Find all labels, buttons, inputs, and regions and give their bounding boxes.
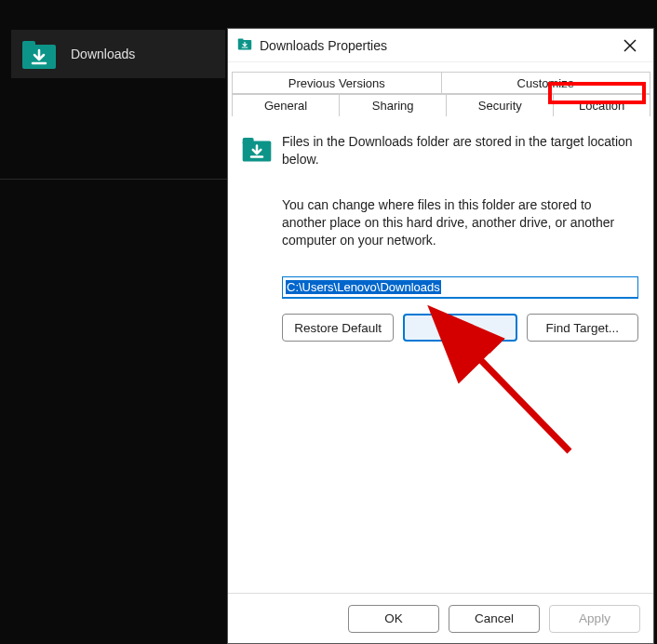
explorer-divider	[0, 179, 227, 180]
close-button[interactable]	[616, 32, 644, 60]
downloads-folder-icon	[20, 35, 58, 73]
location-tab-content: Files in the Downloads folder are stored…	[228, 116, 653, 593]
tab-previous-versions[interactable]: Previous Versions	[232, 72, 442, 94]
close-icon	[623, 39, 637, 52]
tabs-row-front: General Sharing Security Location	[232, 94, 650, 116]
tab-security[interactable]: Security	[446, 94, 554, 116]
tab-location[interactable]: Location	[553, 94, 650, 116]
dialog-titlebar: Downloads Properties	[228, 29, 653, 62]
explorer-item-label: Downloads	[71, 47, 135, 61]
action-button-row: Restore Default Move... Find Target...	[282, 314, 638, 342]
svg-rect-1	[22, 41, 35, 48]
tab-general[interactable]: General	[232, 94, 340, 116]
svg-rect-4	[238, 38, 244, 41]
downloads-folder-icon-medium	[241, 133, 273, 168]
tabs-container: Previous Versions Customize General Shar…	[228, 62, 653, 116]
properties-dialog: Downloads Properties Previous Versions C…	[227, 28, 654, 644]
restore-default-button[interactable]: Restore Default	[282, 314, 394, 342]
find-target-button[interactable]: Find Target...	[527, 314, 638, 342]
dialog-bottom-bar: OK Cancel Apply	[228, 593, 653, 643]
apply-button: Apply	[549, 605, 640, 633]
explorer-downloads-item[interactable]: Downloads	[11, 30, 225, 78]
cancel-button[interactable]: Cancel	[449, 605, 540, 633]
intro-text: Files in the Downloads folder are stored…	[282, 133, 640, 168]
tab-sharing[interactable]: Sharing	[339, 94, 447, 116]
svg-rect-9	[243, 138, 254, 144]
move-button[interactable]: Move...	[403, 314, 516, 342]
path-input[interactable]: C:\Users\Lenovo\Downloads	[282, 276, 638, 299]
dialog-title: Downloads Properties	[260, 38, 609, 53]
change-text: You can change where files in this folde…	[282, 196, 640, 249]
downloads-folder-icon-small	[237, 36, 252, 54]
tabs-row-back: Previous Versions Customize	[232, 72, 650, 94]
path-input-value: C:\Users\Lenovo\Downloads	[286, 280, 441, 294]
ok-button[interactable]: OK	[348, 605, 439, 633]
tab-customize[interactable]: Customize	[441, 72, 651, 94]
